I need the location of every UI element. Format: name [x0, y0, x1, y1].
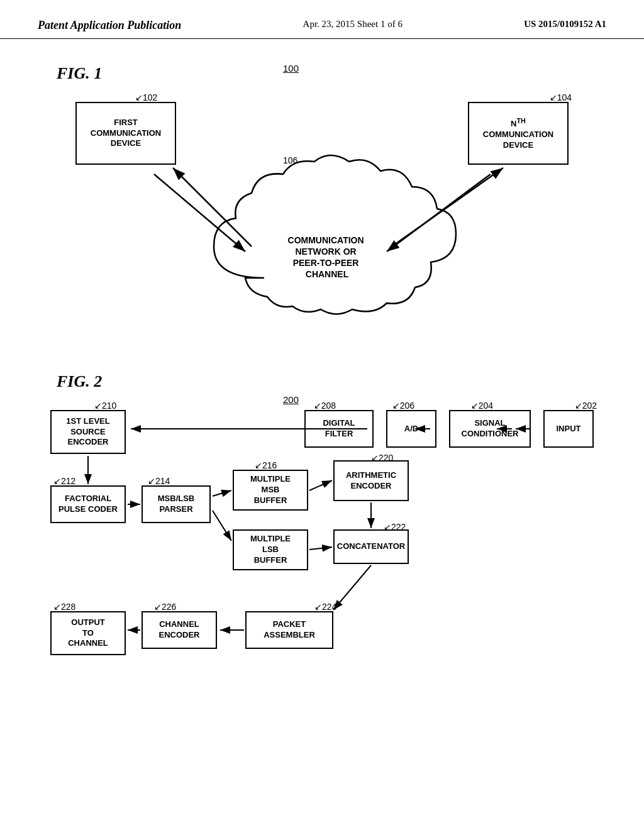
ref-226: ↙226: [154, 602, 176, 612]
ref-102: ↙102: [135, 92, 157, 102]
ref-200: 200: [283, 394, 299, 405]
box-104: NTHCOMMUNICATIONDEVICE: [468, 102, 569, 165]
svg-line-18: [309, 547, 332, 550]
ref-208: ↙208: [314, 401, 336, 411]
box-102: FIRST COMMUNICATION DEVICE: [75, 102, 176, 165]
box-210: 1ST LEVEL SOURCE ENCODER: [50, 410, 126, 454]
ref-212: ↙212: [53, 476, 75, 486]
box-212: FACTORIAL PULSE CODER: [50, 485, 126, 523]
svg-line-17: [309, 480, 332, 490]
box-216: MULTIPLE MSB BUFFER: [233, 470, 308, 511]
box-202: INPUT: [543, 410, 594, 448]
header-patent-number: US 2015/0109152 A1: [524, 19, 606, 30]
svg-line-16: [213, 511, 231, 541]
ref-106: 106: [283, 155, 297, 165]
box-226: CHANNEL ENCODER: [142, 611, 217, 649]
ref-220: ↙220: [371, 453, 393, 463]
box-218: MULTIPLE LSB BUFFER: [233, 529, 308, 570]
box-228: OUTPUT TO CHANNEL: [50, 611, 126, 655]
ref-210: ↙210: [94, 401, 116, 411]
ref-216: ↙216: [255, 460, 277, 470]
box-224: PACKET ASSEMBLER: [245, 611, 333, 649]
fig2-label: FIG. 2: [57, 372, 102, 391]
fig2-container: FIG. 2 200 INPUT ↙202 SIGNAL CONDITIONER…: [38, 372, 606, 737]
box-220: ARITHMETIC ENCODER: [333, 460, 409, 501]
ref-224: ↙224: [314, 602, 336, 612]
ref-104: ↙104: [550, 92, 572, 102]
ref-228: ↙228: [53, 602, 75, 612]
svg-line-15: [213, 490, 231, 496]
ref-204: ↙204: [471, 401, 493, 411]
ref-100: 100: [283, 63, 299, 74]
fig1-container: FIG. 1 100 FIRST COMMUNICATION DEVICE ↙1…: [38, 58, 606, 360]
ref-222: ↙222: [384, 522, 406, 532]
box-208: DIGITAL FILTER: [304, 410, 374, 448]
box-204: SIGNAL CONDITIONER: [449, 410, 531, 448]
header-date-sheet: Apr. 23, 2015 Sheet 1 of 6: [303, 19, 402, 30]
box-222: CONCATENATOR: [333, 529, 409, 564]
header-publication-type: Patent Application Publication: [38, 19, 181, 32]
box-214: MSB/LSB PARSER: [142, 485, 211, 523]
page-header: Patent Application Publication Apr. 23, …: [0, 0, 644, 39]
ref-214: ↙214: [148, 476, 170, 486]
fig1-label: FIG. 1: [57, 64, 102, 83]
ref-206: ↙206: [392, 401, 414, 411]
cloud-shape: COMMUNICATION NETWORK OR PEER-TO-PEER CH…: [176, 152, 478, 322]
ref-202: ↙202: [575, 401, 597, 411]
svg-line-20: [333, 565, 371, 610]
box-206: A/D: [386, 410, 436, 448]
main-content: FIG. 1 100 FIRST COMMUNICATION DEVICE ↙1…: [0, 39, 644, 756]
